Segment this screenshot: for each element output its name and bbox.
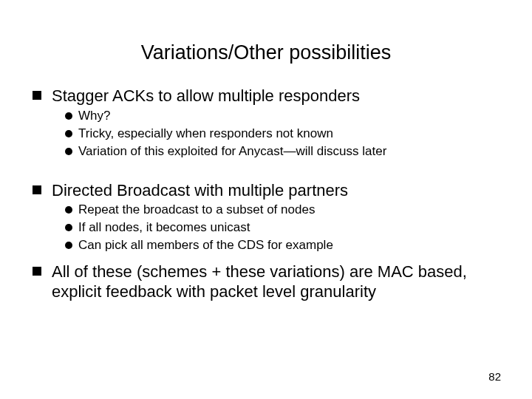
page-number: 82 bbox=[488, 370, 501, 383]
sub-list: Repeat the broadcast to a subset of node… bbox=[65, 202, 499, 253]
sub-bullet-item: Can pick all members of the CDS for exam… bbox=[65, 237, 499, 253]
sub-bullet-text: Tricky, especially when responders not k… bbox=[78, 126, 333, 142]
sub-bullet-text: Variation of this exploited for Anycast—… bbox=[78, 143, 386, 160]
bullet-text: All of these (schemes + these variations… bbox=[52, 262, 499, 302]
slide-body: Stagger ACKs to allow multiple responder… bbox=[33, 86, 499, 302]
round-bullet-icon bbox=[65, 130, 72, 137]
square-bullet-icon bbox=[33, 267, 41, 276]
bullet-item: Directed Broadcast with multiple partner… bbox=[33, 180, 499, 201]
round-bullet-icon bbox=[65, 112, 72, 120]
bullet-item: All of these (schemes + these variations… bbox=[33, 262, 499, 302]
square-bullet-icon bbox=[33, 185, 41, 194]
round-bullet-icon bbox=[65, 242, 72, 249]
round-bullet-icon bbox=[65, 148, 72, 155]
sub-bullet-text: Repeat the broadcast to a subset of node… bbox=[78, 202, 315, 218]
sub-bullet-item: If all nodes, it becomes unicast bbox=[65, 219, 499, 236]
sub-bullet-text: Why? bbox=[78, 108, 110, 124]
bullet-item: Stagger ACKs to allow multiple responder… bbox=[33, 86, 499, 106]
sub-bullet-item: Variation of this exploited for Anycast—… bbox=[65, 143, 499, 160]
round-bullet-icon bbox=[65, 224, 72, 231]
bullet-text: Stagger ACKs to allow multiple responder… bbox=[52, 86, 360, 106]
round-bullet-icon bbox=[65, 206, 72, 214]
sub-list: Why? Tricky, especially when responders … bbox=[65, 108, 499, 160]
sub-bullet-text: Can pick all members of the CDS for exam… bbox=[78, 237, 333, 253]
sub-bullet-item: Tricky, especially when responders not k… bbox=[65, 126, 499, 142]
bullet-text: Directed Broadcast with multiple partner… bbox=[52, 180, 348, 201]
sub-bullet-text: If all nodes, it becomes unicast bbox=[78, 219, 250, 236]
slide-title: Variations/Other possibilities bbox=[0, 41, 532, 64]
slide: Variations/Other possibilities Stagger A… bbox=[0, 0, 532, 399]
sub-bullet-item: Repeat the broadcast to a subset of node… bbox=[65, 202, 499, 218]
square-bullet-icon bbox=[33, 91, 41, 100]
sub-bullet-item: Why? bbox=[65, 108, 499, 124]
